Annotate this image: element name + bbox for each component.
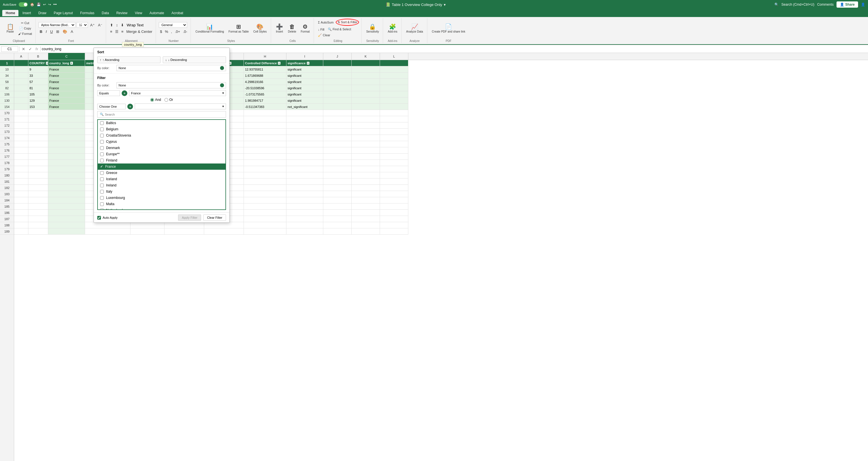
country-checkbox[interactable] [100,177,104,181]
empty-cell-r186-cb[interactable] [28,210,48,216]
data-cell-r154-cc[interactable]: France [48,104,85,110]
empty-cell-r182-ck[interactable] [352,185,380,191]
empty-cell-r171-cc[interactable] [48,116,85,122]
empty-cell-r175-cl[interactable] [380,141,408,147]
data-cell-r34-ca[interactable] [14,72,28,79]
data-cell-r58-ci[interactable]: significant [286,79,323,85]
filter-button-b[interactable]: ▾ [46,62,48,65]
empty-cell-r175-cb[interactable] [28,141,48,147]
percent-button[interactable]: % [164,29,169,34]
empty-cell-r189-cg[interactable] [204,228,244,235]
copy-button[interactable]: 📄 Copy [17,26,33,31]
comments-button[interactable]: Comments [817,3,834,6]
col-header-k[interactable]: K [352,53,380,60]
sort-color-circle[interactable] [220,66,224,70]
empty-cell-r178-ci[interactable] [286,160,323,166]
empty-cell-r188-cl[interactable] [380,222,408,228]
empty-cell-r189-cd[interactable] [85,228,130,235]
data-cell-r130-cc[interactable]: France [48,97,85,104]
country-item[interactable]: Netherlands [98,207,225,210]
decrease-decimal-button[interactable]: .0- [182,29,188,34]
empty-cell-r178-ck[interactable] [352,160,380,166]
tab-automate[interactable]: Automate [146,10,167,16]
empty-cell-r171-cb[interactable] [28,116,48,122]
header-cell-c[interactable]: country_long▾ [48,60,85,66]
empty-cell-r178-ca[interactable] [14,160,28,166]
header-cell-l[interactable] [380,60,408,66]
empty-cell-r171-ci[interactable] [286,116,323,122]
empty-cell-r174-cb[interactable] [28,135,48,141]
bold-button[interactable]: B [38,29,43,34]
decrease-font-button[interactable]: A⁻ [97,22,104,28]
empty-cell-r188-ci[interactable] [286,222,323,228]
empty-cell-r170-ch[interactable] [244,110,286,116]
data-cell-r130-ch[interactable]: 1.981984717 [244,97,286,104]
empty-cell-r180-cc[interactable] [48,172,85,178]
undo-icon[interactable]: ↩ [43,3,46,6]
data-cell-r34-ch[interactable]: 1.671869688 [244,72,286,79]
empty-cell-r189-cf[interactable] [164,228,204,235]
data-cell-r154-ch[interactable]: -0.511347383 [244,104,286,110]
empty-cell-r177-cl[interactable] [380,154,408,160]
cut-button[interactable]: ✂ Cut [17,21,33,26]
empty-cell-r185-ch[interactable] [244,203,286,210]
data-cell-r82-ck[interactable] [352,85,380,91]
ascending-sort-button[interactable]: ↑ ↑ Ascending [97,56,160,63]
empty-cell-r178-cj[interactable] [323,160,352,166]
empty-cell-r181-cj[interactable] [323,178,352,185]
empty-cell-r179-cc[interactable] [48,166,85,172]
country-item[interactable]: ✓ France [98,164,225,170]
data-cell-r58-ch[interactable]: 4.298619166 [244,79,286,85]
data-cell-r34-cb[interactable]: 33 [28,72,48,79]
empty-cell-r183-cb[interactable] [28,191,48,197]
data-cell-r154-ck[interactable] [352,104,380,110]
empty-cell-r173-ch[interactable] [244,129,286,135]
font-size-select[interactable]: 12 [76,22,88,28]
empty-cell-r178-cl[interactable] [380,160,408,166]
format-painter-button[interactable]: 🖌 Format [17,31,33,36]
tab-view[interactable]: View [131,10,146,16]
tab-home[interactable]: Home [2,10,19,16]
filter-button-c[interactable]: ▾ [70,62,73,65]
empty-cell-r182-ca[interactable] [14,185,28,191]
empty-cell-r180-ci[interactable] [286,172,323,178]
filter-button-i[interactable]: ▾ [307,62,309,65]
empty-cell-r174-cc[interactable] [48,135,85,141]
empty-cell-r170-cj[interactable] [323,110,352,116]
country-checkbox[interactable] [100,171,104,175]
or-radio-label[interactable]: Or [164,98,173,102]
empty-cell-r187-ca[interactable] [14,216,28,222]
empty-cell-r172-ch[interactable] [244,122,286,129]
empty-cell-r173-cl[interactable] [380,129,408,135]
country-item[interactable]: Malta [98,201,225,207]
cell-reference-input[interactable] [1,46,18,52]
data-cell-r130-cl[interactable] [380,97,408,104]
data-cell-r130-ca[interactable] [14,97,28,104]
empty-cell-r173-cj[interactable] [323,129,352,135]
empty-cell-r176-ca[interactable] [14,147,28,154]
empty-cell-r174-ca[interactable] [14,135,28,141]
empty-cell-r185-cc[interactable] [48,203,85,210]
empty-cell-r176-ci[interactable] [286,147,323,154]
empty-cell-r185-ck[interactable] [352,203,380,210]
col-header-a[interactable]: A [14,53,28,60]
autosave-toggle[interactable] [19,2,28,7]
empty-cell-r188-cc[interactable] [48,222,85,228]
empty-cell-r186-ck[interactable] [352,210,380,216]
search-icon[interactable]: 🔍 [774,3,779,6]
empty-cell-r189-ca[interactable] [14,228,28,235]
data-cell-r10-cc[interactable]: France [48,66,85,72]
empty-cell-r187-cl[interactable] [380,216,408,222]
country-item[interactable]: Iceland [98,176,225,182]
conditional-formatting-button[interactable]: 📊 Conditional Formatting [194,22,226,34]
country-item[interactable]: Europe** [98,151,225,157]
empty-cell-r189-ce[interactable] [130,228,164,235]
data-cell-r106-ca[interactable] [14,91,28,97]
empty-cell-r182-ch[interactable] [244,185,286,191]
empty-cell-r184-ci[interactable] [286,197,323,203]
choose-one-select[interactable]: Choose One [97,104,126,109]
empty-cell-r185-cb[interactable] [28,203,48,210]
empty-cell-r184-cj[interactable] [323,197,352,203]
empty-cell-r173-cb[interactable] [28,129,48,135]
empty-cell-r181-ck[interactable] [352,178,380,185]
